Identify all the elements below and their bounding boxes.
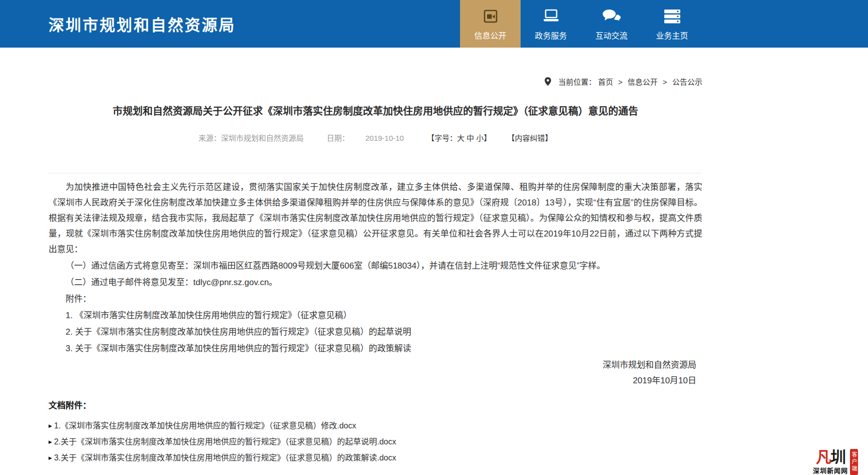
- doc-link-text: 2.关于《深圳市落实住房制度改革加快住房用地供应的暂行规定》（征求意见稿）的起草…: [54, 437, 396, 446]
- breadcrumb: 当前位置： 首页 > 信息公开 > 公告公示: [49, 76, 702, 87]
- doc-link-text: 1.《深圳市落实住房制度改革加快住房用地供应的暂行规定》（征求意见稿）修改.do…: [54, 421, 356, 430]
- font-size-control[interactable]: 【字号：大 中 小】: [427, 134, 491, 142]
- watermark-mark: 凡圳: [816, 449, 845, 465]
- nav-item-business-home[interactable]: 业务主页: [642, 0, 702, 48]
- breadcrumb-item-announcements[interactable]: 公告公示: [672, 78, 702, 86]
- article-date-label: 日期：: [327, 134, 349, 142]
- doc-link-2[interactable]: 2.关于《深圳市落实住房制度改革加快住房用地供应的暂行规定》（征求意见稿）的起草…: [49, 434, 702, 450]
- signature-block: 深圳市规划和自然资源局 2019年10月10日: [49, 357, 702, 388]
- sznews-watermark-logo: 凡圳 深圳新闻网 客户端: [813, 449, 867, 475]
- location-pin-icon: [545, 77, 551, 87]
- article-date: 日期： 2019-10-10: [320, 134, 411, 142]
- breadcrumb-item-home[interactable]: 首页: [598, 78, 613, 86]
- breadcrumb-item-info-disclosure[interactable]: 信息公开: [628, 78, 658, 86]
- nav-item-interaction[interactable]: 互动交流: [581, 0, 642, 48]
- article-source: 来源：深圳市规划和自然资源局: [199, 134, 304, 142]
- attachment-item-2: 2. 关于《深圳市落实住房制度改革加快住房用地供应的暂行规定》（征求意见稿）的起…: [49, 324, 702, 340]
- doc-link-text: 3.关于《深圳市落实住房制度改革加快住房用地供应的暂行规定》（征求意见稿）的政策…: [54, 453, 396, 462]
- article-date-value: 2019-10-10: [365, 134, 404, 142]
- main-nav: 信息公开 政务服务 互动交流: [460, 0, 702, 48]
- header-inner: 深圳市规划和自然资源局 信息公开: [49, 0, 702, 48]
- nav-label: 信息公开: [474, 29, 506, 41]
- article-meta: 来源：深圳市规划和自然资源局 日期： 2019-10-10 【字号：大 中 小】…: [49, 132, 702, 143]
- server-list-icon: [662, 6, 682, 27]
- top-header: 深圳市规划和自然资源局 信息公开: [0, 0, 868, 48]
- watermark-glyph-red: 凡: [816, 448, 830, 466]
- attachments-label: 附件：: [49, 291, 702, 307]
- signature-date: 2019年10月10日: [49, 373, 696, 388]
- watermark-site-name: 深圳新闻网: [813, 465, 848, 475]
- article-body: 为加快推进中国特色社会主义先行示范区建设，贯彻落实国家关于加快住房制度改革，建立…: [49, 173, 702, 388]
- doc-attachments-section: 文档附件： 1.《深圳市落实住房制度改革加快住房用地供应的暂行规定》（征求意见稿…: [49, 398, 702, 466]
- site-title: 深圳市规划和自然资源局: [49, 13, 236, 35]
- body-paragraph-method-2: （二）通过电子邮件将意见发至：tdlyc@pnr.sz.gov.cn。: [49, 275, 702, 290]
- nav-label: 政务服务: [535, 29, 567, 41]
- doc-link-1[interactable]: 1.《深圳市落实住房制度改革加快住房用地供应的暂行规定》（征求意见稿）修改.do…: [49, 418, 702, 434]
- watermark-left: 凡圳 深圳新闻网: [813, 449, 848, 475]
- nav-label: 业务主页: [656, 29, 688, 41]
- nav-item-gov-services[interactable]: 政务服务: [521, 0, 581, 48]
- signature-org: 深圳市规划和自然资源局: [49, 357, 696, 373]
- attachment-item-3: 3. 关于《深圳市落实住房制度改革加快住房用地供应的暂行规定》（征求意见稿）的政…: [49, 341, 702, 356]
- doc-link-arrow-icon: [49, 418, 52, 434]
- breadcrumb-separator: >: [663, 78, 667, 86]
- body-paragraph: 为加快推进中国特色社会主义先行示范区建设，贯彻落实国家关于加快住房制度改革，建立…: [49, 179, 702, 257]
- chat-bubbles-icon: [601, 6, 622, 27]
- doc-attachments-heading: 文档附件：: [49, 398, 702, 411]
- content-correction-button[interactable]: 【内容纠错】: [507, 134, 552, 142]
- body-paragraph-method-1: （一）通过信函方式将意见寄至：深圳市福田区红荔西路8009号规划大厦606室（邮…: [49, 258, 702, 274]
- nav-label: 互动交流: [595, 29, 627, 41]
- document-video-icon: [482, 6, 500, 27]
- watermark-client-badge: 客户端: [850, 449, 858, 475]
- breadcrumb-label: 当前位置：: [559, 78, 596, 86]
- doc-link-3[interactable]: 3.关于《深圳市落实住房制度改革加快住房用地供应的暂行规定》（征求意见稿）的政策…: [49, 450, 702, 466]
- doc-link-arrow-icon: [49, 434, 52, 450]
- laptop-icon: [541, 6, 561, 27]
- breadcrumb-separator: >: [618, 78, 623, 86]
- page-title: 市规划和自然资源局关于公开征求《深圳市落实住房制度改革加快住房用地供应的暂行规定…: [49, 103, 702, 118]
- attachment-item-1: 1. 《深圳市落实住房制度改革加快住房用地供应的暂行规定》（征求意见稿）: [49, 308, 702, 323]
- doc-link-arrow-icon: [49, 450, 52, 466]
- watermark-glyph-black: 圳: [830, 448, 845, 466]
- nav-item-info-disclosure[interactable]: 信息公开: [460, 0, 521, 48]
